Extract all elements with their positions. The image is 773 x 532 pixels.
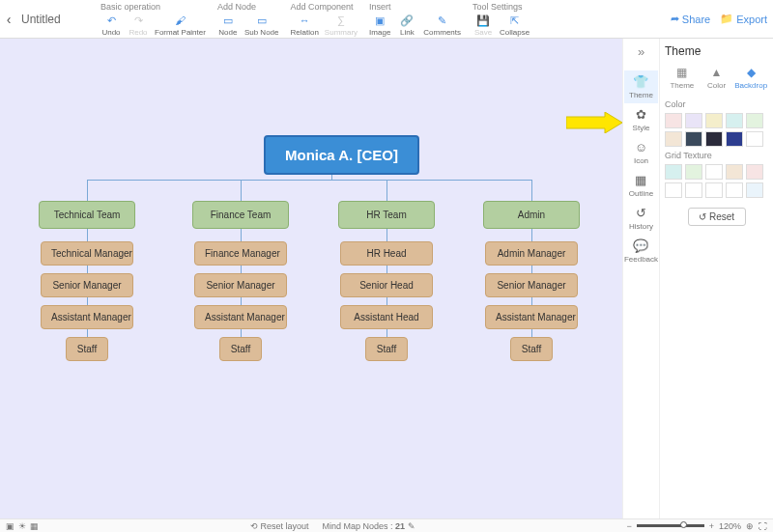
save-button: 💾Save bbox=[472, 14, 494, 37]
texture-swatch[interactable] bbox=[705, 182, 723, 198]
texture-swatch[interactable] bbox=[705, 164, 723, 180]
color-swatch[interactable] bbox=[685, 131, 702, 147]
back-button[interactable]: ‹ bbox=[0, 0, 17, 38]
zoom-slider[interactable] bbox=[637, 524, 704, 527]
history-icon: ↺ bbox=[636, 206, 646, 220]
node-sub[interactable]: Staff bbox=[219, 337, 262, 361]
collapse-panel-button[interactable]: » bbox=[638, 44, 644, 59]
fullscreen-button[interactable]: ⛶ bbox=[759, 521, 767, 531]
redo-button: ↷Redo bbox=[128, 14, 149, 37]
color-swatch[interactable] bbox=[665, 131, 682, 147]
connector-line bbox=[241, 180, 242, 203]
canvas[interactable]: Monica A. [CEO] Technical TeamTechnical … bbox=[0, 39, 622, 518]
save-icon: 💾 bbox=[476, 14, 490, 27]
node-sub[interactable]: HR Head bbox=[340, 241, 433, 266]
node-team[interactable]: Finance Team bbox=[192, 201, 289, 229]
color-swatch[interactable] bbox=[746, 131, 763, 147]
rail-icon[interactable]: ☺Icon bbox=[624, 136, 658, 169]
summary-button: ∑Summary bbox=[325, 14, 358, 37]
icon-icon: ☺ bbox=[635, 140, 647, 154]
document-title[interactable]: Untitled bbox=[17, 0, 95, 38]
texture-swatch[interactable] bbox=[726, 182, 743, 198]
reset-button[interactable]: ↺Reset bbox=[688, 208, 746, 226]
node-sub[interactable]: Senior Head bbox=[340, 273, 433, 297]
panel-tab-backdrop[interactable]: ◆Backdrop bbox=[733, 66, 768, 90]
node-team[interactable]: HR Team bbox=[338, 201, 435, 229]
node-sub[interactable]: Assistant Manager bbox=[485, 305, 578, 329]
collapse-button[interactable]: ⇱Collapse bbox=[500, 14, 530, 37]
node-ceo[interactable]: Monica A. [CEO] bbox=[264, 135, 419, 175]
rail-theme[interactable]: 👕Theme bbox=[624, 70, 658, 103]
zoom-in-button[interactable]: + bbox=[709, 521, 714, 531]
sub-node-button[interactable]: ▭Sub Node bbox=[244, 14, 279, 37]
node-sub[interactable]: Staff bbox=[66, 337, 108, 361]
share-button[interactable]: ➦Share bbox=[671, 13, 710, 25]
node-team[interactable]: Technical Team bbox=[39, 201, 135, 229]
node-sub[interactable]: Staff bbox=[510, 337, 553, 361]
theme-icon: ▦ bbox=[665, 66, 700, 79]
rail-feedback[interactable]: 💬Feedback bbox=[624, 235, 658, 267]
color-swatch[interactable] bbox=[726, 131, 743, 147]
color-swatch[interactable] bbox=[705, 131, 723, 147]
node-sub[interactable]: Staff bbox=[365, 337, 408, 361]
node-sub[interactable]: Assistant Head bbox=[340, 305, 433, 329]
export-button[interactable]: 📁Export bbox=[720, 13, 767, 25]
format-painter-icon: 🖌 bbox=[173, 14, 186, 27]
center-view-button[interactable]: ⊕ bbox=[746, 521, 754, 531]
texture-swatch[interactable] bbox=[746, 164, 763, 180]
panel-tab-color[interactable]: ▲Color bbox=[700, 66, 734, 90]
callout-arrow-icon bbox=[566, 112, 622, 133]
reset-layout-button[interactable]: ⟲ Reset layout bbox=[250, 521, 309, 531]
style-icon: ✿ bbox=[636, 107, 646, 122]
rail-history[interactable]: ↺History bbox=[624, 202, 658, 235]
texture-swatch[interactable] bbox=[685, 164, 702, 180]
color-swatch[interactable] bbox=[746, 113, 763, 128]
node-sub[interactable]: Finance Manager bbox=[194, 241, 287, 266]
outline-icon: ▦ bbox=[635, 173, 646, 187]
node-sub[interactable]: Assistant Manager bbox=[194, 305, 287, 329]
color-swatch[interactable] bbox=[705, 113, 723, 128]
texture-swatch[interactable] bbox=[665, 164, 682, 180]
node-sub[interactable]: Senior Manager bbox=[485, 273, 578, 297]
color-swatch[interactable] bbox=[726, 113, 743, 128]
format-painter-button[interactable]: 🖌Format Painter bbox=[155, 14, 206, 37]
node-sub[interactable]: Senior Manager bbox=[41, 273, 133, 297]
sb-icon[interactable]: ▣ bbox=[6, 521, 14, 531]
image-icon: ▣ bbox=[373, 14, 386, 27]
sb-icon[interactable]: ▦ bbox=[30, 521, 39, 531]
status-bar: ▣ ☀ ▦ ⟲ Reset layout Mind Map Nodes : 21… bbox=[0, 518, 773, 532]
texture-swatch[interactable] bbox=[746, 182, 763, 198]
color-swatch[interactable] bbox=[665, 113, 682, 128]
rail-style[interactable]: ✿Style bbox=[624, 103, 658, 136]
connector-line bbox=[531, 180, 532, 203]
sub-node-icon: ▭ bbox=[255, 14, 269, 27]
node-sub[interactable]: Assistant Manager bbox=[41, 305, 133, 329]
connector-line bbox=[87, 180, 531, 181]
zoom-out-button[interactable]: − bbox=[626, 521, 631, 531]
texture-section-label: Grid Texture bbox=[665, 151, 768, 160]
node-sub[interactable]: Senior Manager bbox=[194, 273, 287, 297]
node-button[interactable]: ▭Node bbox=[217, 14, 239, 37]
texture-swatch[interactable] bbox=[726, 164, 743, 180]
color-swatch[interactable] bbox=[685, 113, 702, 128]
undo-button[interactable]: ↶Undo bbox=[100, 14, 122, 37]
rail-outline[interactable]: ▦Outline bbox=[624, 169, 658, 202]
texture-swatch[interactable] bbox=[665, 182, 682, 198]
relation-button[interactable]: ↔Relation bbox=[291, 14, 319, 37]
node-sub[interactable]: Admin Manager bbox=[485, 241, 578, 266]
reset-icon: ↺ bbox=[699, 211, 706, 222]
node-team[interactable]: Admin bbox=[483, 201, 580, 229]
theme-icon: 👕 bbox=[633, 74, 648, 89]
link-button[interactable]: 🔗Link bbox=[396, 14, 417, 37]
panel-tab-theme[interactable]: ▦Theme bbox=[665, 66, 700, 90]
undo-icon: ↶ bbox=[104, 14, 118, 27]
comments-button[interactable]: ✎Comments bbox=[423, 14, 461, 37]
summary-icon: ∑ bbox=[334, 14, 348, 27]
zoom-level: 120% bbox=[719, 521, 741, 531]
node-sub[interactable]: Technical Manager bbox=[41, 241, 133, 266]
color-icon: ▲ bbox=[700, 66, 734, 79]
sb-icon[interactable]: ☀ bbox=[18, 521, 26, 531]
texture-swatch[interactable] bbox=[685, 182, 702, 198]
image-button[interactable]: ▣Image bbox=[369, 14, 390, 37]
comments-icon: ✎ bbox=[436, 14, 449, 27]
